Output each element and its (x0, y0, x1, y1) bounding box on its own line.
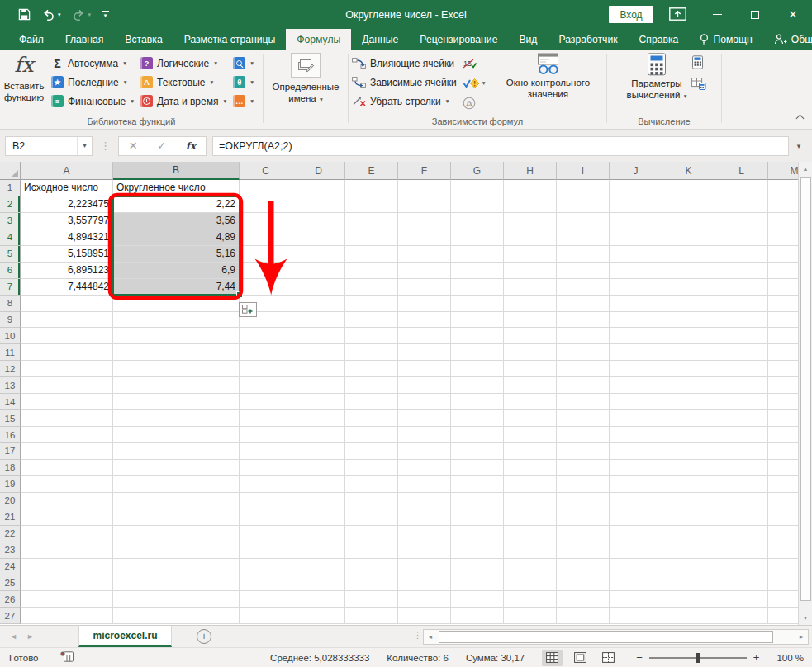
cell-L6[interactable] (715, 263, 768, 279)
cell-F19[interactable] (398, 476, 451, 493)
cell-M7[interactable] (768, 279, 798, 296)
cell-J14[interactable] (610, 394, 662, 410)
cell-E15[interactable] (345, 410, 398, 427)
column-header-L[interactable]: L (715, 162, 768, 180)
cell-C16[interactable] (240, 427, 292, 443)
cell-I19[interactable] (557, 476, 610, 493)
column-header-J[interactable]: J (610, 162, 662, 180)
cell-B23[interactable] (113, 542, 240, 559)
tab-scrollbar-grip[interactable]: ⋮ (413, 630, 422, 641)
cell-F27[interactable] (398, 608, 451, 624)
cell-G10[interactable] (451, 328, 504, 344)
cell-B15[interactable] (113, 410, 240, 427)
previous-sheet-button[interactable]: ◄ (10, 626, 17, 647)
row-header-26[interactable]: 26 (0, 591, 21, 608)
undo-dropdown[interactable]: ▾ (58, 12, 61, 18)
cell-E2[interactable] (345, 196, 398, 213)
cell-H16[interactable] (504, 427, 557, 443)
scroll-left-button[interactable]: ◄ (424, 630, 437, 644)
cell-D19[interactable] (292, 476, 345, 493)
calculate-now-button[interactable] (691, 55, 706, 73)
evaluate-formula-check-button[interactable]: ▾ (463, 74, 486, 92)
cell-H25[interactable] (504, 575, 557, 592)
cell-J12[interactable] (610, 361, 662, 377)
cell-M26[interactable] (768, 591, 798, 608)
cell-E3[interactable] (345, 213, 398, 229)
cell-K18[interactable] (662, 460, 715, 476)
cell-I4[interactable] (557, 229, 610, 246)
cell-J21[interactable] (610, 509, 662, 526)
cell-J13[interactable] (610, 377, 662, 394)
cell-K8[interactable] (662, 296, 715, 312)
cell-B11[interactable] (113, 344, 240, 361)
cell-L14[interactable] (715, 394, 768, 410)
cell-C21[interactable] (240, 509, 292, 526)
cell-A12[interactable] (21, 361, 113, 377)
row-header-15[interactable]: 15 (0, 410, 21, 427)
cell-I26[interactable] (557, 591, 610, 608)
cell-C5[interactable] (240, 246, 292, 263)
cell-L25[interactable] (715, 575, 768, 592)
scroll-down-button[interactable]: ▼ (799, 611, 812, 625)
new-sheet-button[interactable]: + (197, 629, 211, 644)
tab-data[interactable]: Данные (351, 29, 409, 50)
cell-C3[interactable] (240, 213, 292, 229)
cell-G6[interactable] (451, 263, 504, 279)
collapse-ribbon-button[interactable] (797, 116, 803, 121)
row-header-6[interactable]: 6 (0, 263, 21, 279)
cell-I15[interactable] (557, 410, 610, 427)
logical-functions-button[interactable]: ? Логические ▾ (137, 54, 230, 73)
cell-B1[interactable]: Округленное число (113, 180, 240, 196)
cell-M4[interactable] (768, 229, 798, 246)
cell-L17[interactable] (715, 443, 768, 460)
cell-I11[interactable] (557, 344, 610, 361)
minimize-button[interactable] (698, 0, 736, 29)
cell-I23[interactable] (557, 542, 610, 559)
cell-F20[interactable] (398, 493, 451, 509)
cell-H20[interactable] (504, 493, 557, 509)
cell-E1[interactable] (345, 180, 398, 196)
cell-H12[interactable] (504, 361, 557, 377)
cell-B8[interactable] (113, 296, 240, 312)
row-header-27[interactable]: 27 (0, 608, 21, 624)
cell-M27[interactable] (768, 608, 798, 624)
cell-A8[interactable] (21, 296, 113, 312)
cell-D8[interactable] (292, 296, 345, 312)
cell-M13[interactable] (768, 377, 798, 394)
cell-L7[interactable] (715, 279, 768, 296)
formula-input[interactable]: =ОКРУГЛ(A2;2) (212, 136, 789, 156)
row-header-8[interactable]: 8 (0, 296, 21, 312)
row-header-2[interactable]: 2 (0, 196, 21, 213)
scroll-right-button[interactable]: ► (795, 630, 808, 644)
cell-B19[interactable] (113, 476, 240, 493)
column-header-C[interactable]: C (240, 162, 292, 180)
tab-view[interactable]: Вид (508, 29, 548, 50)
cell-B14[interactable] (113, 394, 240, 410)
name-box[interactable]: B2 ▾ (5, 136, 93, 156)
cell-B10[interactable] (113, 328, 240, 344)
cell-E4[interactable] (345, 229, 398, 246)
cell-L13[interactable] (715, 377, 768, 394)
cell-G22[interactable] (451, 526, 504, 542)
cell-D23[interactable] (292, 542, 345, 559)
sign-in-button[interactable]: Вход (609, 6, 653, 23)
next-sheet-button[interactable]: ► (26, 626, 34, 647)
cell-J5[interactable] (610, 246, 662, 263)
cell-K9[interactable] (662, 312, 715, 329)
row-header-25[interactable]: 25 (0, 575, 21, 592)
cell-G1[interactable] (451, 180, 504, 196)
cell-M2[interactable] (768, 196, 798, 213)
cell-A23[interactable] (21, 542, 113, 559)
cell-L1[interactable] (715, 180, 768, 196)
sheet-tab-microexcel[interactable]: microexcel.ru (78, 626, 172, 647)
cell-M5[interactable] (768, 246, 798, 263)
cell-E20[interactable] (345, 493, 398, 509)
autofill-options-button[interactable] (239, 302, 257, 317)
cell-G2[interactable] (451, 196, 504, 213)
cell-J3[interactable] (610, 213, 662, 229)
cell-E17[interactable] (345, 443, 398, 460)
cell-B25[interactable] (113, 575, 240, 592)
cell-D24[interactable] (292, 559, 345, 575)
cell-M12[interactable] (768, 361, 798, 377)
cell-E21[interactable] (345, 509, 398, 526)
